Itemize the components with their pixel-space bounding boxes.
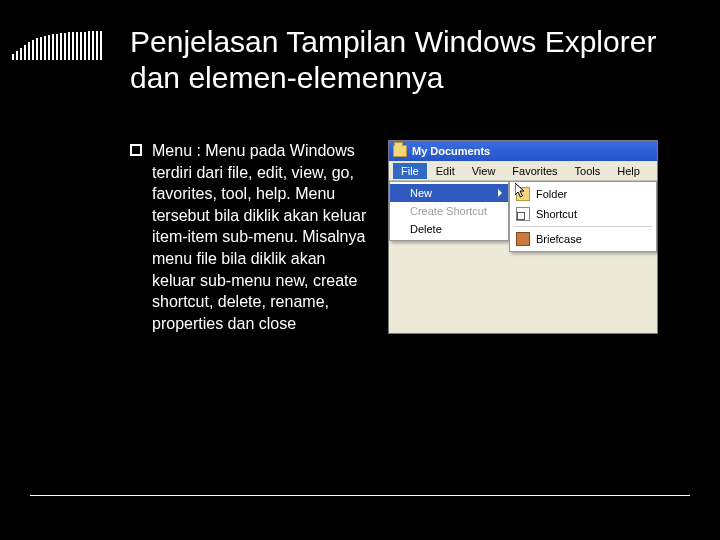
explorer-window: My Documents File Edit View Favorites To… xyxy=(388,140,658,334)
explorer-menubar: File Edit View Favorites Tools Help xyxy=(389,161,657,181)
explorer-title: My Documents xyxy=(412,145,490,157)
briefcase-icon xyxy=(516,232,530,246)
submenu-separator xyxy=(514,226,652,227)
new-submenu: Folder Shortcut Briefcase xyxy=(509,181,657,252)
menu-file[interactable]: File xyxy=(393,163,427,179)
menu-view[interactable]: View xyxy=(464,163,504,179)
file-dropdown: New Create Shortcut Delete xyxy=(389,181,509,241)
bullet-marker-icon xyxy=(130,144,142,156)
menu-favorites[interactable]: Favorites xyxy=(504,163,565,179)
footer-divider xyxy=(30,495,690,496)
bullet-item: Menu : Menu pada Windows terdiri dari fi… xyxy=(130,140,370,334)
file-menu-new[interactable]: New xyxy=(390,184,508,202)
file-menu-new-label: New xyxy=(410,187,432,199)
decorative-bars xyxy=(12,30,107,60)
folder-icon xyxy=(393,145,407,157)
file-menu-create-shortcut[interactable]: Create Shortcut xyxy=(390,202,508,220)
submenu-folder[interactable]: Folder xyxy=(510,184,656,204)
menu-tools[interactable]: Tools xyxy=(567,163,609,179)
slide-title: Penjelasan Tampilan Windows Explorer dan… xyxy=(130,24,680,96)
submenu-folder-label: Folder xyxy=(536,188,567,200)
folder-icon xyxy=(516,187,530,201)
submenu-shortcut-label: Shortcut xyxy=(536,208,577,220)
slide: Penjelasan Tampilan Windows Explorer dan… xyxy=(0,0,720,540)
explorer-titlebar[interactable]: My Documents xyxy=(389,141,657,161)
slide-content: Menu : Menu pada Windows terdiri dari fi… xyxy=(130,140,680,334)
menu-help[interactable]: Help xyxy=(609,163,648,179)
shortcut-icon xyxy=(516,207,530,221)
submenu-briefcase-label: Briefcase xyxy=(536,233,582,245)
bullet-text: Menu : Menu pada Windows terdiri dari fi… xyxy=(152,140,370,334)
submenu-briefcase[interactable]: Briefcase xyxy=(510,229,656,249)
chevron-right-icon xyxy=(498,189,502,197)
dropdown-area: New Create Shortcut Delete Folder Shortc… xyxy=(389,181,657,243)
file-menu-delete[interactable]: Delete xyxy=(390,220,508,238)
submenu-shortcut[interactable]: Shortcut xyxy=(510,204,656,224)
menu-edit[interactable]: Edit xyxy=(428,163,463,179)
bullet-block: Menu : Menu pada Windows terdiri dari fi… xyxy=(130,140,370,334)
